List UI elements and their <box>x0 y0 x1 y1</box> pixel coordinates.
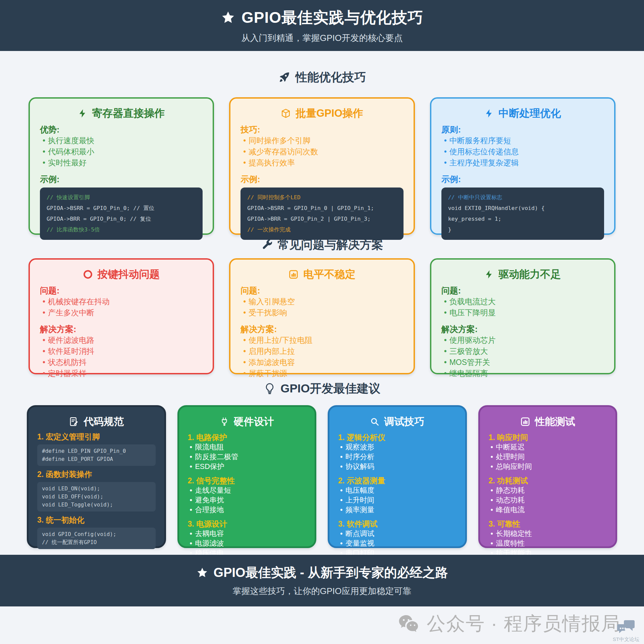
watermark-text: 公众号 · 程序员情报局 <box>427 611 621 637</box>
code-line: GPIOA->BSRR = GPIO_Pin_0; // 置位 <box>47 203 196 214</box>
example-label: 示例: <box>240 174 403 185</box>
list-item: 定时器采样 <box>40 368 203 379</box>
solution-list: 使用上拉/下拉电阻启用内部上拉添加滤波电容屏蔽干扰源 <box>240 335 403 379</box>
list-item: 硬件滤波电路 <box>40 335 203 346</box>
section-title-performance: 性能优化技巧 <box>0 69 644 85</box>
problem-list: 机械按键存在抖动产生多次中断 <box>40 296 203 318</box>
list-item: 使用驱动芯片 <box>441 335 604 346</box>
group-heading: 3. 统一初始化 <box>37 515 156 525</box>
problem-label: 问题: <box>40 285 203 296</box>
st-forum-badge: ST中文论坛 <box>613 618 639 643</box>
list-item: 负载电流过大 <box>441 296 604 307</box>
list-item: 避免串扰 <box>188 495 306 505</box>
principle-label: 原则: <box>441 124 604 135</box>
group-heading: 2. 函数封装操作 <box>37 469 156 479</box>
list-item: ESD保护 <box>188 462 306 472</box>
list-item: 实时性最好 <box>40 157 203 168</box>
performance-cards-row: 寄存器直接操作 优势: 执行速度最快代码体积最小实时性最好 示例: // 快速设… <box>0 97 644 235</box>
card-register-direct-ops: 寄存器直接操作 优势: 执行速度最快代码体积最小实时性最好 示例: // 快速设… <box>29 97 214 235</box>
list-item: 减少寄存器访问次数 <box>240 146 403 157</box>
code-line: void LED_Toggle(void); <box>42 501 151 509</box>
list-item: 时序分析 <box>338 452 457 462</box>
package-icon <box>281 108 291 118</box>
tips-list: 同时操作多个引脚减少寄存器访问次数提高执行效率 <box>240 135 403 168</box>
problem-label: 问题: <box>240 285 403 296</box>
group-heading: 1. 响应时间 <box>489 432 607 442</box>
list-item: 变量监视 <box>338 539 457 548</box>
code-line: void LED_ON(void); <box>42 485 151 493</box>
wechat-icon <box>398 613 421 634</box>
list-item: MOS管开关 <box>441 357 604 368</box>
list-item: 总响应时间 <box>489 462 607 472</box>
group-heading: 2. 功耗测试 <box>489 476 607 486</box>
card-interrupt-optimization: 中断处理优化 原则: 中断服务程序要短使用标志位传递信息主程序处理复杂逻辑 示例… <box>430 97 615 235</box>
page-title: GPIO最佳实践与优化技巧 <box>241 7 423 28</box>
advantage-list: 执行速度最快代码体积最小实时性最好 <box>40 135 203 168</box>
list-item: 电压幅度 <box>338 486 457 495</box>
code-line: #define LED_PIN GPIO_Pin_0 <box>42 447 151 455</box>
group-heading: 1. 逻辑分析仪 <box>338 432 457 442</box>
code-line: #define LED_PORT GPIOA <box>42 455 151 463</box>
code-line: void LED_OFF(void); <box>42 493 151 501</box>
lightning-icon <box>78 109 87 118</box>
list-item: 限流电阻 <box>188 442 306 452</box>
list-item: 走线尽量短 <box>188 486 306 495</box>
code-line: GPIOA->BRR = GPIO_Pin_2 | GPIO_Pin_3; <box>247 214 396 224</box>
list-item: 继电器隔离 <box>441 368 604 379</box>
card-debug-tips: 调试技巧 1. 逻辑分析仪 观察波形时序分析协议解码 2. 示波器测量 电压幅度… <box>328 405 467 548</box>
group-heading: 3. 电源设计 <box>188 519 306 529</box>
plug-icon <box>220 417 229 426</box>
group-list: 断点调试变量监视串口打印 <box>338 529 457 558</box>
card-title: 中断处理优化 <box>441 107 604 120</box>
list-item: 合理接地 <box>188 505 306 515</box>
section-title-text: GPIO开发最佳建议 <box>280 381 380 396</box>
bulb-icon <box>264 382 276 394</box>
list-item: 动态功耗 <box>489 495 607 505</box>
list-item: 代码体积最小 <box>40 146 203 157</box>
group-heading: 1. 宏定义管理引脚 <box>37 432 156 442</box>
list-item: 峰值电流 <box>489 505 607 515</box>
card-code-standards: 代码规范 1. 宏定义管理引脚 #define LED_PIN GPIO_Pin… <box>27 405 166 548</box>
code-line: GPIOA->BSRR = GPIO_Pin_0 | GPIO_Pin_1; <box>247 203 396 214</box>
list-item: 中断延迟 <box>489 442 607 452</box>
code-block: #define LED_PIN GPIO_Pin_0#define LED_PO… <box>37 444 156 466</box>
star-icon <box>196 567 208 579</box>
list-item: 协议解码 <box>338 462 457 472</box>
list-item: 主程序处理复杂逻辑 <box>441 157 604 168</box>
solution-label: 解决方案: <box>240 324 403 335</box>
list-item: 输入引脚悬空 <box>240 296 403 307</box>
list-item: 断点调试 <box>338 529 457 539</box>
list-item: 状态机防抖 <box>40 357 203 368</box>
list-item: 防反接二极管 <box>188 452 306 462</box>
problem-list: 输入引脚悬空受干扰影响 <box>240 296 403 318</box>
section-title-advice: GPIO开发最佳建议 <box>0 380 644 396</box>
section-title-text: 性能优化技巧 <box>296 69 366 85</box>
code-line: void GPIO_Config(void); <box>42 530 151 538</box>
card-performance-test: 性能测试 1. 响应时间 中断延迟处理时间总响应时间 2. 功耗测试 静态功耗动… <box>478 405 618 548</box>
group-heading: 1. 电路保护 <box>188 432 306 442</box>
code-line: GPIOA->BRR = GPIO_Pin_0; // 复位 <box>47 214 196 224</box>
card-drive-insufficient: 驱动能力不足 问题: 负载电流过大电压下降明显 解决方案: 使用驱动芯片三极管放… <box>430 258 615 374</box>
list-item: 同时操作多个引脚 <box>240 135 403 146</box>
list-item: 添加滤波电容 <box>240 357 403 368</box>
problem-list: 负载电流过大电压下降明显 <box>441 296 604 318</box>
code-line: key_pressed = 1; <box>448 214 597 224</box>
list-item: 受干扰影响 <box>240 307 403 318</box>
watermark-strip: 公众号 · 程序员情报局 ST中文论坛 <box>0 606 644 644</box>
list-item: 处理时间 <box>489 452 607 462</box>
code-block: void GPIO_Config(void);// 统一配置所有GPIO <box>37 528 156 549</box>
list-item: 使用上拉/下拉电阻 <box>240 335 403 346</box>
list-item: 产生多次中断 <box>40 307 203 318</box>
code-line: } <box>448 224 597 235</box>
star-icon <box>221 10 235 25</box>
page-subtitle: 从入门到精通，掌握GPIO开发的核心要点 <box>241 32 402 44</box>
group-list: 电压幅度上升时间频率测量 <box>338 486 457 515</box>
footer-subtitle: 掌握这些技巧，让你的GPIO应用更加稳定可靠 <box>232 585 411 597</box>
circle-icon <box>83 269 93 279</box>
card-title: 寄存器直接操作 <box>40 107 203 120</box>
group-heading: 3. 可靠性 <box>489 519 607 529</box>
magnifier-icon <box>370 417 379 426</box>
list-item: 三极管放大 <box>441 346 604 357</box>
group-heading: 3. 软件调试 <box>338 519 457 529</box>
group-list: 走线尽量短避免串扰合理接地 <box>188 486 306 515</box>
